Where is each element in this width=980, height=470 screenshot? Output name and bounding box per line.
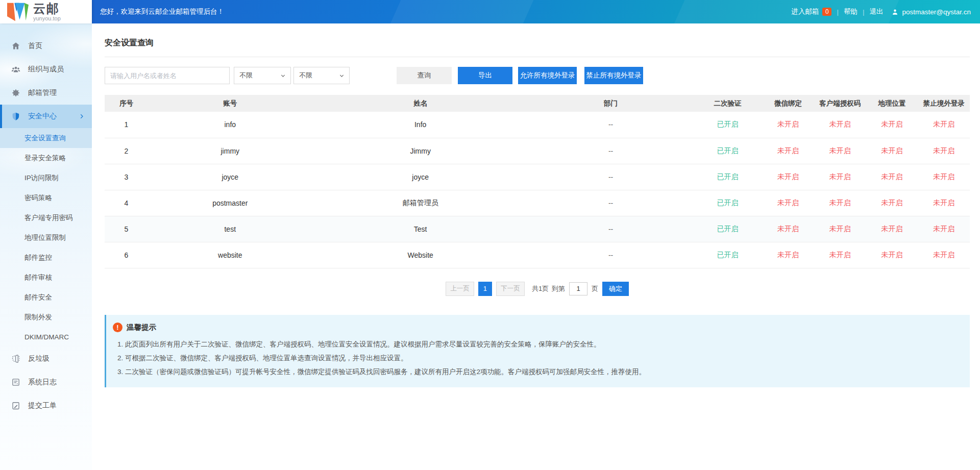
help-link[interactable]: 帮助 <box>844 7 857 16</box>
sidebar-item-label: 反垃圾 <box>28 354 50 363</box>
search-input[interactable] <box>105 67 230 84</box>
logout-link[interactable]: 退出 <box>869 7 883 16</box>
current-page-button[interactable]: 1 <box>478 282 492 296</box>
cell-no: 4 <box>105 190 148 216</box>
allow-all-foreign-login-button[interactable]: 允许所有境外登录 <box>518 67 577 84</box>
cell-dept: -- <box>529 242 693 268</box>
sidebar-subitem[interactable]: 邮件审核 <box>0 267 92 287</box>
cell-client: 未开启 <box>814 216 866 242</box>
brand-logo[interactable]: 云邮 yunyou.top <box>0 0 92 23</box>
cell-geo: 未开启 <box>866 164 918 190</box>
sidebar-subitem[interactable]: 安全设置查询 <box>0 128 92 148</box>
account-email: postmaster@qystar.cn <box>902 8 971 16</box>
sidebar-item[interactable]: 提交工单 <box>0 394 92 417</box>
table-header-cell: 账号 <box>148 95 312 112</box>
goto-confirm-button[interactable]: 确定 <box>602 282 629 296</box>
log-icon <box>11 378 20 387</box>
sidebar-subitem[interactable]: 客户端专用密码 <box>0 208 92 228</box>
shield-icon <box>11 112 20 121</box>
cell-deny: 未开启 <box>918 216 970 242</box>
cell-tfa: 已开启 <box>693 138 763 164</box>
account-menu[interactable]: postmaster@qystar.cn <box>891 8 971 16</box>
goto-prefix-text: 到第 <box>552 284 565 293</box>
table-header-cell: 地理位置 <box>866 95 918 112</box>
table-row: 3joycejoyce--已开启未开启未开启未开启未开启 <box>105 164 970 190</box>
brand-logo-icon <box>7 3 29 21</box>
notice-line: 1. 此页面列出所有用户关于二次验证、微信绑定、客户端授权码、地理位置安全设置情… <box>117 337 960 351</box>
sidebar-subitem[interactable]: 地理位置限制 <box>0 228 92 248</box>
total-pages-text: 共1页 <box>532 284 549 293</box>
query-button[interactable]: 查询 <box>397 67 452 84</box>
sidebar-subitem[interactable]: 邮件安全 <box>0 287 92 307</box>
cell-account: info <box>148 112 312 138</box>
cell-tfa: 已开启 <box>693 242 763 268</box>
sidebar-item[interactable]: 首页 <box>0 34 92 58</box>
cell-name: Info <box>312 112 529 138</box>
sidebar-item[interactable]: 邮箱管理 <box>0 81 92 105</box>
mailbox-badge: 0 <box>822 8 831 16</box>
sidebar-subitem[interactable]: 密码策略 <box>0 188 92 208</box>
gear-icon <box>11 88 20 97</box>
security-settings-table: 序号账号姓名部门二次验证微信绑定客户端授权码地理位置禁止境外登录 1infoIn… <box>105 95 970 268</box>
page-title: 安全设置查询 <box>105 23 970 57</box>
cell-client: 未开启 <box>814 242 866 268</box>
cell-name: Website <box>312 242 529 268</box>
prev-page-button[interactable]: 上一页 <box>446 282 474 296</box>
cell-client: 未开启 <box>814 138 866 164</box>
sidebar-item-label: 邮箱管理 <box>28 88 57 97</box>
export-button[interactable]: 导出 <box>458 67 512 84</box>
table-header-cell: 序号 <box>105 95 148 112</box>
filter-bar: 不限 不限 查询 导出 允许所有境外登录 禁止所有境外登录 <box>105 67 970 84</box>
filter-select-1[interactable]: 不限 <box>234 67 291 84</box>
sidebar-subitem[interactable]: DKIM/DMARC <box>0 327 92 347</box>
cell-wechat: 未开启 <box>762 112 814 138</box>
cell-name: Jimmy <box>312 138 529 164</box>
sidebar-item-label: 系统日志 <box>28 378 57 387</box>
chevron-right-icon <box>79 113 85 119</box>
brand-name: 云邮 <box>33 3 61 15</box>
sidebar-item-label: 组织与成员 <box>28 65 64 74</box>
notice-line: 2. 可根据二次验证、微信绑定、客户端授权码、地理位置单选查询设置情况，并导出相… <box>117 351 960 365</box>
cell-geo: 未开启 <box>866 216 918 242</box>
deny-all-foreign-login-button[interactable]: 禁止所有境外登录 <box>584 67 643 84</box>
welcome-text: 您好，欢迎来到云邮企业邮箱管理后台！ <box>100 7 224 16</box>
separator: | <box>863 8 865 16</box>
home-icon <box>11 41 20 51</box>
table-header-cell: 二次验证 <box>693 95 763 112</box>
cell-deny: 未开启 <box>918 190 970 216</box>
cell-tfa: 已开启 <box>693 190 763 216</box>
cell-deny: 未开启 <box>918 164 970 190</box>
next-page-button[interactable]: 下一页 <box>496 282 525 296</box>
cell-no: 6 <box>105 242 148 268</box>
table-row: 5testTest--已开启未开启未开启未开启未开启 <box>105 216 970 242</box>
sidebar-subitem[interactable]: 登录安全策略 <box>0 148 92 168</box>
cell-account: postmaster <box>148 190 312 216</box>
cell-name: joyce <box>312 164 529 190</box>
cell-wechat: 未开启 <box>762 138 814 164</box>
ticket-icon <box>11 401 20 410</box>
goto-suffix-text: 页 <box>592 284 598 293</box>
cell-account: jimmy <box>148 138 312 164</box>
table-row: 6websiteWebsite--已开启未开启未开启未开启未开启 <box>105 242 970 268</box>
sidebar-subitem[interactable]: IP访问限制 <box>0 168 92 188</box>
cell-wechat: 未开启 <box>762 164 814 190</box>
enter-mailbox-link[interactable]: 进入邮箱 <box>791 7 819 16</box>
warning-icon: ! <box>113 323 122 332</box>
filter-select-2[interactable]: 不限 <box>293 67 350 84</box>
sidebar-item-label: 安全中心 <box>28 112 57 121</box>
sidebar-item[interactable]: 系统日志 <box>0 370 92 394</box>
sidebar-item[interactable]: 组织与成员 <box>0 58 92 81</box>
sidebar-item[interactable]: 安全中心 <box>0 105 92 128</box>
chevron-down-icon <box>339 73 345 79</box>
cell-deny: 未开启 <box>918 112 970 138</box>
cell-wechat: 未开启 <box>762 242 814 268</box>
sidebar-subitem[interactable]: 限制外发 <box>0 307 92 327</box>
sidebar-item-label: 首页 <box>28 41 42 51</box>
goto-page-input[interactable] <box>569 282 587 295</box>
sidebar-subitem[interactable]: 邮件监控 <box>0 248 92 267</box>
cell-wechat: 未开启 <box>762 216 814 242</box>
sidebar-item[interactable]: 反垃圾 <box>0 347 92 370</box>
cell-name: 邮箱管理员 <box>312 190 529 216</box>
brand-domain: yunyou.top <box>33 16 61 21</box>
security-submenu: 安全设置查询登录安全策略IP访问限制密码策略客户端专用密码地理位置限制邮件监控邮… <box>0 128 92 347</box>
